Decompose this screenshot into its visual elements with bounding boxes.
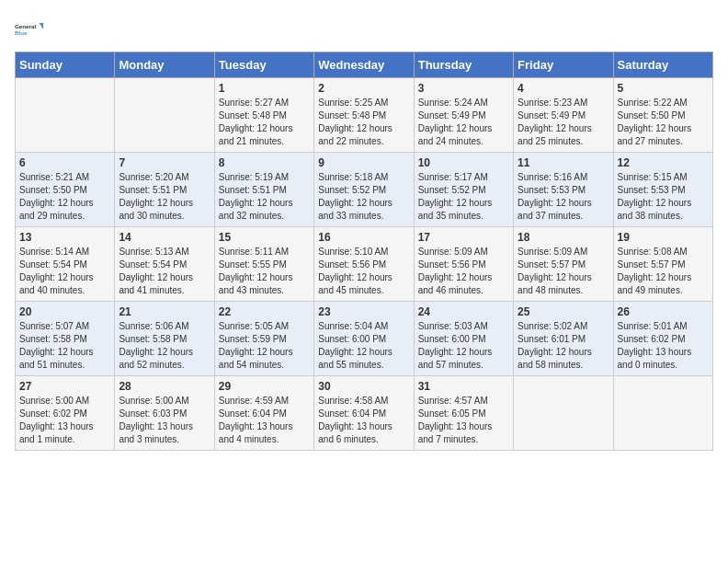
- day-number: 22: [219, 305, 310, 318]
- day-number: 27: [19, 380, 110, 393]
- day-number: 1: [219, 82, 310, 95]
- calendar-cell: 4Sunrise: 5:23 AMSunset: 5:49 PMDaylight…: [514, 78, 613, 153]
- calendar-cell: 23Sunrise: 5:04 AMSunset: 6:00 PMDayligh…: [314, 302, 414, 376]
- header-day-sunday: Sunday: [16, 52, 115, 78]
- day-info: Sunrise: 5:01 AMSunset: 6:02 PMDaylight:…: [618, 320, 709, 372]
- header-day-wednesday: Wednesday: [314, 52, 414, 78]
- calendar-cell: 13Sunrise: 5:14 AMSunset: 5:54 PMDayligh…: [16, 227, 115, 302]
- calendar-cell: 1Sunrise: 5:27 AMSunset: 5:48 PMDaylight…: [214, 78, 313, 153]
- day-number: 29: [219, 380, 310, 393]
- calendar-cell: 8Sunrise: 5:19 AMSunset: 5:51 PMDaylight…: [214, 153, 313, 227]
- day-info: Sunrise: 5:18 AMSunset: 5:52 PMDaylight:…: [318, 171, 409, 223]
- calendar-cell: 6Sunrise: 5:21 AMSunset: 5:50 PMDaylight…: [16, 153, 115, 227]
- calendar-cell: [16, 78, 115, 153]
- day-info: Sunrise: 5:09 AMSunset: 5:56 PMDaylight:…: [418, 246, 509, 297]
- day-info: Sunrise: 5:02 AMSunset: 6:01 PMDaylight:…: [518, 320, 609, 372]
- calendar-cell: 21Sunrise: 5:06 AMSunset: 5:58 PMDayligh…: [115, 302, 214, 376]
- day-number: 23: [318, 305, 409, 318]
- svg-marker-2: [40, 23, 43, 29]
- header-day-friday: Friday: [514, 52, 613, 78]
- day-number: 12: [618, 156, 709, 169]
- calendar-cell: [514, 376, 613, 451]
- day-number: 13: [19, 231, 110, 244]
- calendar-cell: 15Sunrise: 5:11 AMSunset: 5:55 PMDayligh…: [214, 227, 313, 302]
- day-number: 15: [219, 231, 310, 244]
- week-row-3: 13Sunrise: 5:14 AMSunset: 5:54 PMDayligh…: [16, 227, 713, 302]
- header-day-saturday: Saturday: [613, 52, 712, 78]
- week-row-4: 20Sunrise: 5:07 AMSunset: 5:58 PMDayligh…: [16, 302, 713, 376]
- calendar-cell: 17Sunrise: 5:09 AMSunset: 5:56 PMDayligh…: [414, 227, 513, 302]
- calendar-cell: 5Sunrise: 5:22 AMSunset: 5:50 PMDaylight…: [613, 78, 712, 153]
- day-info: Sunrise: 5:06 AMSunset: 5:58 PMDaylight:…: [119, 320, 210, 372]
- day-number: 11: [518, 156, 609, 169]
- calendar-cell: 25Sunrise: 5:02 AMSunset: 6:01 PMDayligh…: [514, 302, 613, 376]
- day-info: Sunrise: 5:11 AMSunset: 5:55 PMDaylight:…: [219, 246, 310, 297]
- day-info: Sunrise: 4:59 AMSunset: 6:04 PMDaylight:…: [219, 395, 310, 446]
- logo-icon: GeneralBlue: [15, 15, 44, 44]
- day-number: 17: [418, 231, 509, 244]
- day-info: Sunrise: 5:19 AMSunset: 5:51 PMDaylight:…: [219, 171, 310, 223]
- page-header: GeneralBlue: [15, 15, 713, 44]
- day-info: Sunrise: 5:17 AMSunset: 5:52 PMDaylight:…: [418, 171, 509, 223]
- day-info: Sunrise: 5:05 AMSunset: 5:59 PMDaylight:…: [219, 320, 310, 372]
- calendar-cell: [613, 376, 712, 451]
- day-info: Sunrise: 5:00 AMSunset: 6:02 PMDaylight:…: [19, 395, 110, 446]
- day-info: Sunrise: 5:23 AMSunset: 5:49 PMDaylight:…: [518, 97, 609, 148]
- day-info: Sunrise: 5:27 AMSunset: 5:48 PMDaylight:…: [219, 97, 310, 148]
- calendar-cell: 22Sunrise: 5:05 AMSunset: 5:59 PMDayligh…: [214, 302, 313, 376]
- day-number: 4: [518, 82, 609, 95]
- header-row: SundayMondayTuesdayWednesdayThursdayFrid…: [16, 52, 713, 78]
- svg-text:General: General: [15, 23, 36, 29]
- day-number: 9: [318, 156, 409, 169]
- day-number: 31: [418, 380, 509, 393]
- day-number: 10: [418, 156, 509, 169]
- day-number: 24: [418, 305, 509, 318]
- calendar-cell: 28Sunrise: 5:00 AMSunset: 6:03 PMDayligh…: [115, 376, 214, 451]
- day-number: 14: [119, 231, 210, 244]
- calendar-cell: 12Sunrise: 5:15 AMSunset: 5:53 PMDayligh…: [613, 153, 712, 227]
- day-info: Sunrise: 5:04 AMSunset: 6:00 PMDaylight:…: [318, 320, 409, 372]
- day-info: Sunrise: 5:14 AMSunset: 5:54 PMDaylight:…: [19, 246, 110, 297]
- day-info: Sunrise: 4:58 AMSunset: 6:04 PMDaylight:…: [318, 395, 409, 446]
- day-number: 30: [318, 380, 409, 393]
- calendar-cell: [115, 78, 214, 153]
- calendar-cell: 7Sunrise: 5:20 AMSunset: 5:51 PMDaylight…: [115, 153, 214, 227]
- day-info: Sunrise: 5:20 AMSunset: 5:51 PMDaylight:…: [119, 171, 210, 223]
- day-info: Sunrise: 5:15 AMSunset: 5:53 PMDaylight:…: [618, 171, 709, 223]
- day-info: Sunrise: 5:10 AMSunset: 5:56 PMDaylight:…: [318, 246, 409, 297]
- week-row-5: 27Sunrise: 5:00 AMSunset: 6:02 PMDayligh…: [16, 376, 713, 451]
- calendar-cell: 10Sunrise: 5:17 AMSunset: 5:52 PMDayligh…: [414, 153, 513, 227]
- calendar-cell: 2Sunrise: 5:25 AMSunset: 5:48 PMDaylight…: [314, 78, 414, 153]
- calendar-cell: 20Sunrise: 5:07 AMSunset: 5:58 PMDayligh…: [16, 302, 115, 376]
- calendar-cell: 27Sunrise: 5:00 AMSunset: 6:02 PMDayligh…: [16, 376, 115, 451]
- day-number: 7: [119, 156, 210, 169]
- day-info: Sunrise: 4:57 AMSunset: 6:05 PMDaylight:…: [418, 395, 509, 446]
- day-number: 2: [318, 82, 409, 95]
- header-day-monday: Monday: [115, 52, 214, 78]
- calendar-cell: 26Sunrise: 5:01 AMSunset: 6:02 PMDayligh…: [613, 302, 712, 376]
- day-number: 8: [219, 156, 310, 169]
- day-info: Sunrise: 5:24 AMSunset: 5:49 PMDaylight:…: [418, 97, 509, 148]
- day-info: Sunrise: 5:03 AMSunset: 6:00 PMDaylight:…: [418, 320, 509, 372]
- day-number: 19: [618, 231, 709, 244]
- calendar-cell: 16Sunrise: 5:10 AMSunset: 5:56 PMDayligh…: [314, 227, 414, 302]
- calendar-header: SundayMondayTuesdayWednesdayThursdayFrid…: [16, 52, 713, 78]
- day-number: 16: [318, 231, 409, 244]
- day-number: 5: [618, 82, 709, 95]
- day-info: Sunrise: 5:13 AMSunset: 5:54 PMDaylight:…: [119, 246, 210, 297]
- calendar-cell: 24Sunrise: 5:03 AMSunset: 6:00 PMDayligh…: [414, 302, 513, 376]
- day-info: Sunrise: 5:21 AMSunset: 5:50 PMDaylight:…: [19, 171, 110, 223]
- calendar-cell: 9Sunrise: 5:18 AMSunset: 5:52 PMDaylight…: [314, 153, 414, 227]
- logo: GeneralBlue: [15, 15, 44, 44]
- day-info: Sunrise: 5:08 AMSunset: 5:57 PMDaylight:…: [618, 246, 709, 297]
- calendar-cell: 30Sunrise: 4:58 AMSunset: 6:04 PMDayligh…: [314, 376, 414, 451]
- calendar-cell: 11Sunrise: 5:16 AMSunset: 5:53 PMDayligh…: [514, 153, 613, 227]
- day-number: 6: [19, 156, 110, 169]
- header-day-thursday: Thursday: [414, 52, 513, 78]
- day-number: 25: [518, 305, 609, 318]
- day-info: Sunrise: 5:22 AMSunset: 5:50 PMDaylight:…: [618, 97, 709, 148]
- header-day-tuesday: Tuesday: [214, 52, 313, 78]
- day-number: 3: [418, 82, 509, 95]
- day-number: 18: [518, 231, 609, 244]
- calendar-cell: 19Sunrise: 5:08 AMSunset: 5:57 PMDayligh…: [613, 227, 712, 302]
